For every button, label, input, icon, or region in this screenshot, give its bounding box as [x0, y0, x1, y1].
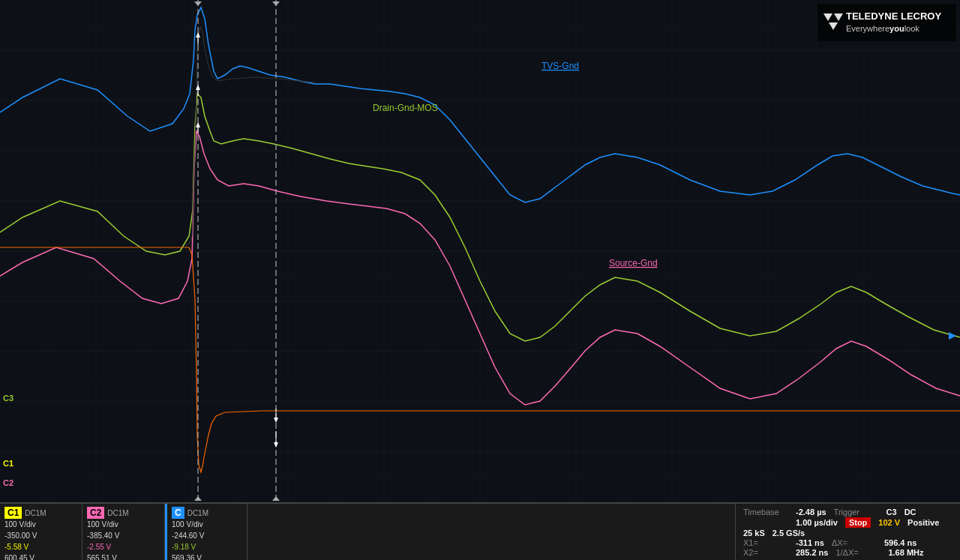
- sample-rate-row: 25 kS 2.5 GS/s: [743, 529, 952, 538]
- timebase-scale-row: 1.00 µs/div Stop 102 V Positive: [743, 517, 952, 528]
- c2-mode: DC1M: [107, 509, 128, 517]
- svg-text:C1: C1: [3, 459, 14, 468]
- channel-c1-info: C1 DC1M 100 V/div -350.00 V -5.58 V 600.…: [0, 504, 82, 560]
- x1-label: X1=: [743, 538, 788, 547]
- timebase-scale-value: 1.00 µs/div: [796, 518, 838, 527]
- c2-max: 565.51 V: [87, 553, 160, 560]
- c3-cursor: -9.18 V: [172, 541, 242, 553]
- svg-text:TELEDYNE LECROY: TELEDYNE LECROY: [846, 10, 941, 22]
- svg-text:C2: C2: [3, 478, 14, 487]
- channel-c3-info: C DC1M 100 V/div -244.60 V -9.18 V 569.3…: [165, 504, 248, 560]
- timebase-value: -2.48 µs: [796, 508, 826, 517]
- c1-scale: 100 V/div: [4, 519, 77, 530]
- timebase-label: Timebase: [743, 508, 788, 517]
- c1-max: 600.45 V: [4, 553, 77, 560]
- x2-label: X2=: [743, 548, 788, 557]
- status-bar: C1 DC1M 100 V/div -350.00 V -5.58 V 600.…: [0, 502, 960, 560]
- oscilloscope-screen: TVS-Gnd Drain-Gnd-MOS Source-Gnd C3 C1 C…: [0, 0, 960, 502]
- c1-cursor: -5.58 V: [4, 541, 77, 553]
- c2-cursor: -2.55 V: [87, 541, 160, 553]
- timebase-row: Timebase -2.48 µs Trigger C3 DC: [743, 508, 952, 517]
- c3-values: 100 V/div -244.60 V -9.18 V 569.36 V: [172, 519, 242, 560]
- channel-c2-info: C2 DC1M 100 V/div -385.40 V -2.55 V 565.…: [82, 504, 165, 560]
- c3-mode: DC1M: [188, 509, 208, 517]
- c3-scale: 100 V/div: [172, 519, 242, 530]
- c2-label: C2: [87, 507, 104, 519]
- svg-text:Everywhereyoulook: Everywhereyoulook: [846, 24, 920, 33]
- svg-text:TVS-Gnd: TVS-Gnd: [542, 61, 579, 71]
- dx-inv-label: 1/ΔX=: [836, 548, 880, 557]
- trigger-stop-badge: Stop: [845, 517, 871, 528]
- c2-values: 100 V/div -385.40 V -2.55 V 565.51 V: [87, 519, 160, 560]
- c1-values: 100 V/div -350.00 V -5.58 V 600.45 V: [4, 519, 77, 560]
- c2-offset: -385.40 V: [87, 530, 160, 541]
- trigger-label: Trigger: [834, 508, 879, 517]
- svg-rect-66: [818, 4, 956, 41]
- trigger-edge: Positive: [908, 518, 939, 527]
- trigger-channel: C3: [886, 508, 897, 517]
- oscilloscope: TVS-Gnd Drain-Gnd-MOS Source-Gnd C3 C1 C…: [0, 0, 960, 560]
- c1-offset: -350.00 V: [4, 530, 77, 541]
- cursor-x1-row: X1= -311 ns ΔX= 596.4 ns: [743, 538, 952, 547]
- c3-max: 569.36 V: [172, 553, 242, 560]
- cursor-x2-row: X2= 285.2 ns 1/ΔX= 1.68 MHz: [743, 548, 952, 557]
- c3-offset: -244.60 V: [172, 530, 242, 541]
- waveform-display: TVS-Gnd Drain-Gnd-MOS Source-Gnd C3 C1 C…: [0, 0, 960, 502]
- dx-value1: 596.4 ns: [884, 538, 916, 547]
- c4-label: C: [172, 507, 184, 519]
- status-right-panel: Timebase -2.48 µs Trigger C3 DC 1.00 µs/…: [735, 504, 960, 560]
- c1-label: C1: [4, 507, 22, 519]
- svg-text:Source-Gnd: Source-Gnd: [609, 258, 658, 268]
- trigger-level: 102 V: [878, 518, 900, 527]
- x2-value: 285.2 ns: [796, 548, 828, 557]
- c1-mode: DC1M: [25, 509, 46, 517]
- svg-text:C3: C3: [3, 394, 14, 403]
- svg-text:Drain-Gnd-MOS: Drain-Gnd-MOS: [373, 103, 438, 113]
- dx-value2: 1.68 MHz: [888, 548, 923, 557]
- sample-rate2: 2.5 GS/s: [772, 529, 805, 538]
- sample-rate: 25 kS: [743, 529, 765, 538]
- dx-label: ΔX=: [832, 538, 877, 547]
- trigger-coupling: DC: [904, 508, 916, 517]
- x1-value: -311 ns: [796, 538, 824, 547]
- c2-scale: 100 V/div: [87, 519, 160, 530]
